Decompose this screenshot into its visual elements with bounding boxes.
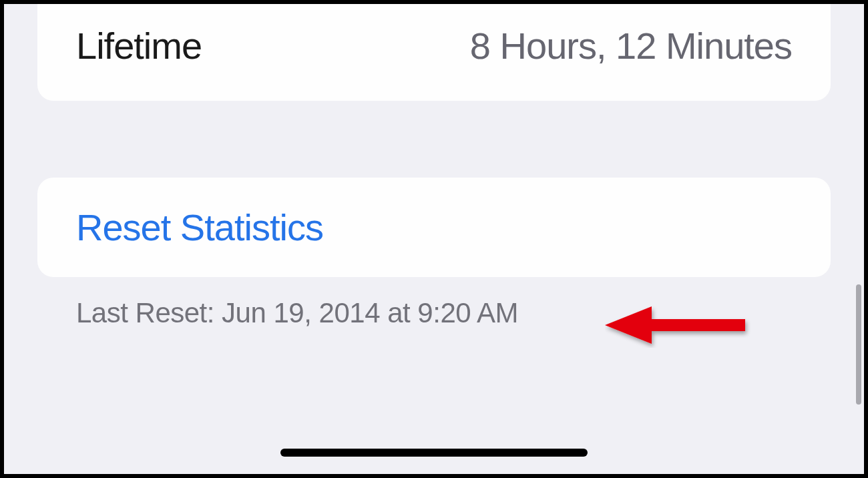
scrollbar-thumb[interactable] [856,284,861,405]
lifetime-label: Lifetime [76,24,202,67]
reset-statistics-button[interactable]: Reset Statistics [76,206,323,248]
reset-statistics-row[interactable]: Reset Statistics [37,178,831,277]
cellular-data-settings-screen: Lifetime 8 Hours, 12 Minutes Reset Stati… [4,4,864,474]
lifetime-value: 8 Hours, 12 Minutes [470,24,792,67]
lifetime-row: Lifetime 8 Hours, 12 Minutes [37,4,831,101]
last-reset-text: Last Reset: Jun 19, 2014 at 9:20 AM [76,297,792,329]
home-indicator[interactable] [280,449,588,457]
